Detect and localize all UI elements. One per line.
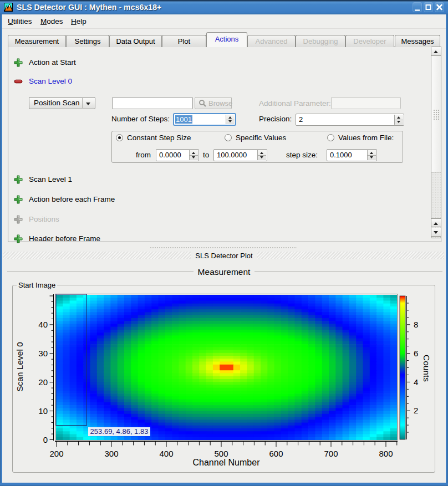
svg-text:6: 6 [414, 349, 418, 358]
svg-text:Counts: Counts [422, 355, 431, 382]
svg-text:30: 30 [38, 349, 48, 358]
svg-text:0: 0 [43, 435, 48, 444]
svg-text:400: 400 [159, 449, 173, 458]
svg-text:10: 10 [38, 406, 48, 416]
svg-text:4: 4 [414, 377, 418, 387]
svg-text:800: 800 [379, 449, 393, 458]
svg-text:300: 300 [104, 449, 118, 458]
svg-text:8: 8 [414, 320, 418, 329]
svg-text:40: 40 [38, 320, 48, 329]
svg-text:2: 2 [414, 406, 418, 415]
svg-text:500: 500 [214, 449, 228, 458]
svg-text:600: 600 [269, 449, 283, 458]
svg-text:Channel Number: Channel Number [193, 458, 261, 467]
svg-text:700: 700 [324, 449, 338, 458]
svg-text:200: 200 [49, 449, 63, 458]
svg-text:20: 20 [38, 377, 48, 387]
svg-text:Scan Level 0: Scan Level 0 [15, 342, 24, 392]
